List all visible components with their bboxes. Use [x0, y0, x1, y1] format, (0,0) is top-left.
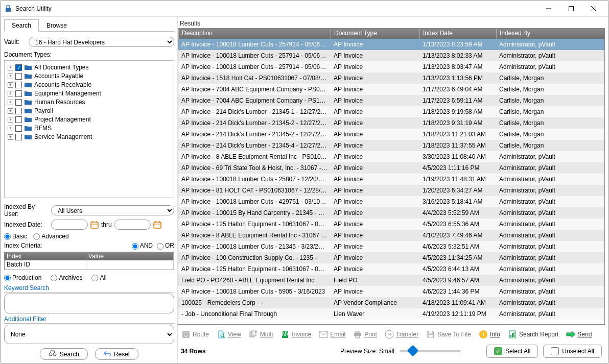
- checkbox[interactable]: [15, 90, 22, 97]
- criteria-value-cell[interactable]: [86, 260, 174, 270]
- expand-icon[interactable]: +: [8, 100, 13, 105]
- svg-rect-29: [429, 335, 433, 337]
- route-button[interactable]: Route: [179, 328, 211, 341]
- table-row[interactable]: AP Invoice - 100018 Lumber Cuts - 257914…: [178, 39, 604, 50]
- maximize-button[interactable]: [560, 2, 582, 16]
- send-button[interactable]: Send: [564, 328, 594, 341]
- expand-icon[interactable]: +: [8, 65, 13, 70]
- keyword-input[interactable]: [4, 294, 174, 313]
- col-doctype[interactable]: Document Type: [331, 29, 419, 39]
- table-row[interactable]: AP Invoice - 8 ABLE Equipment Rental Inc…: [178, 230, 604, 241]
- table-row[interactable]: AP Invoice - 69 Tri State Tool & Hoist, …: [178, 162, 604, 174]
- table-row[interactable]: AP Invoice - 100018 Lumber Cuts - 21345 …: [178, 241, 604, 252]
- radio-advanced[interactable]: Advanced: [33, 233, 68, 240]
- tab-browse[interactable]: Browse: [39, 19, 75, 32]
- radio-and[interactable]: AND: [132, 242, 153, 249]
- transfer-button[interactable]: Transfer: [382, 328, 420, 341]
- calendar-icon[interactable]: [153, 220, 162, 229]
- criteria-index-cell[interactable]: Batch ID: [5, 260, 86, 270]
- col-indexedby[interactable]: Indexed By: [496, 29, 604, 39]
- calendar-icon[interactable]: [90, 220, 99, 229]
- preview-slider[interactable]: [400, 350, 461, 352]
- savefile-button[interactable]: Save To File: [424, 328, 473, 341]
- col-description[interactable]: Description: [178, 29, 331, 39]
- tree-node[interactable]: +Accounts Payable: [8, 72, 173, 80]
- radio-basic[interactable]: Basic: [4, 233, 27, 240]
- tree-node[interactable]: +Equipment Management: [8, 89, 173, 98]
- email-button[interactable]: Email: [316, 328, 347, 341]
- checkbox[interactable]: [15, 134, 22, 140]
- radio-or[interactable]: OR: [157, 242, 174, 249]
- tab-search[interactable]: Search: [4, 19, 39, 32]
- view-button[interactable]: View: [214, 328, 243, 341]
- table-row[interactable]: AP Invoice - 214 Dick's Lumber - 21345-2…: [178, 117, 604, 129]
- expand-icon[interactable]: +: [8, 82, 13, 88]
- table-row[interactable]: AP Invoice - 100018 Lumber Cuts - 257914…: [178, 61, 604, 72]
- results-grid[interactable]: Description Document Type Index Date Ind…: [178, 28, 605, 325]
- invoice-button[interactable]: INVInvoice: [278, 328, 313, 341]
- table-row[interactable]: AP Invoice - 100018 Lumber Cuts - 25807 …: [178, 174, 604, 185]
- close-button[interactable]: [582, 2, 605, 16]
- expand-icon[interactable]: +: [8, 134, 13, 140]
- checkbox[interactable]: [15, 116, 22, 123]
- table-row[interactable]: AP Invoice - 214 Dick's Lumber - 21345-2…: [178, 129, 604, 140]
- expand-icon[interactable]: +: [8, 126, 13, 131]
- tree-node[interactable]: +✓All Document Types: [8, 63, 173, 71]
- search-button[interactable]: Search: [40, 348, 88, 360]
- checkbox[interactable]: [15, 99, 22, 106]
- slider-thumb[interactable]: [407, 345, 419, 357]
- radio-all[interactable]: All: [91, 274, 106, 281]
- table-row[interactable]: AP Invoice - 1518 Holt Cat - PS010631067…: [178, 72, 604, 84]
- unselect-all-button[interactable]: Unselect All: [543, 345, 602, 358]
- table-row[interactable]: AP Invoice - 7004 ABC Equipment Company …: [178, 84, 604, 95]
- indexed-by-select[interactable]: All Users: [51, 205, 174, 215]
- checkbox[interactable]: [15, 125, 22, 132]
- checkbox[interactable]: ✓: [15, 64, 22, 71]
- checkbox[interactable]: [15, 73, 22, 80]
- multi-button[interactable]: Multi: [246, 328, 275, 341]
- table-row[interactable]: AP Invoice - 81 HOLT CAT - PS010631067 -…: [178, 185, 604, 196]
- report-button[interactable]: Search Report: [505, 328, 560, 341]
- table-row[interactable]: AP Invoice - 100018 Lumber Cuts - 429751…: [178, 196, 604, 207]
- tree-node[interactable]: +Service Management: [8, 133, 173, 141]
- tree-node[interactable]: +Accounts Receivable: [8, 81, 173, 89]
- tree-node[interactable]: +Payroll: [8, 107, 173, 115]
- table-row[interactable]: AP Invoice - 214 Dick's Lumber - 21345-4…: [178, 140, 604, 151]
- table-row[interactable]: AP Invoice - 100018 Lumber Cuts - 257914…: [178, 50, 604, 61]
- tree-node[interactable]: +RFMS: [8, 124, 173, 132]
- checkbox[interactable]: [15, 108, 22, 114]
- print-button[interactable]: Print: [350, 328, 379, 341]
- minimize-button[interactable]: [537, 2, 560, 16]
- table-row[interactable]: AP Invoice - 100015 By Hand Carpentry - …: [178, 207, 604, 219]
- info-button[interactable]: iInfo: [476, 328, 502, 341]
- table-row[interactable]: Field PO - PO4260 - ABLE Equipment Renta…: [178, 275, 604, 286]
- vault-select[interactable]: 16 - Hard Hat Developers: [29, 37, 174, 47]
- expand-icon[interactable]: +: [8, 91, 13, 96]
- expand-icon[interactable]: +: [8, 108, 13, 114]
- col-indexdate[interactable]: Index Date: [419, 29, 496, 39]
- table-row[interactable]: AP Invoice - 100018 Lumber Cuts - 5905 -…: [178, 286, 604, 297]
- table-row[interactable]: AP Invoice - 100 Construction Supply Co.…: [178, 252, 604, 263]
- table-row[interactable]: AP Invoice - 214 Dick's Lumber - 21345-1…: [178, 106, 604, 117]
- radio-archives[interactable]: Archives: [51, 274, 82, 281]
- date-to-input[interactable]: [114, 220, 151, 230]
- expand-icon[interactable]: +: [8, 74, 13, 79]
- table-row[interactable]: - Job - Unconditional Final ThroughLien …: [178, 308, 604, 320]
- reset-button[interactable]: Reset: [95, 348, 138, 360]
- table-row[interactable]: 100025 - Remodelers Corp - -AP Vendor Co…: [178, 297, 604, 308]
- date-from-input[interactable]: [51, 220, 88, 230]
- checkbox[interactable]: [15, 82, 22, 88]
- radio-production[interactable]: Production: [4, 274, 41, 281]
- select-all-button[interactable]: ✓Select All: [486, 345, 538, 358]
- expand-icon[interactable]: +: [8, 117, 13, 123]
- tree-node[interactable]: +Human Resources: [8, 98, 173, 106]
- addfilter-select[interactable]: None: [4, 325, 174, 345]
- checkbox-icon: [551, 347, 559, 355]
- criteria-table[interactable]: IndexValue Batch ID: [4, 252, 174, 270]
- table-row[interactable]: AP Invoice - 125 Halton Equipment - 1063…: [178, 263, 604, 275]
- table-row[interactable]: AP Invoice - 125 Halton Equipment - 1063…: [178, 219, 604, 230]
- tree-node[interactable]: +Project Management: [8, 115, 173, 124]
- doctype-tree[interactable]: +✓All Document Types+Accounts Payable+Ac…: [4, 60, 174, 198]
- table-row[interactable]: AP Invoice - 8 ABLE Equipment Rental Inc…: [178, 151, 604, 162]
- table-row[interactable]: AP Invoice - 7004 ABC Equipment Company …: [178, 95, 604, 106]
